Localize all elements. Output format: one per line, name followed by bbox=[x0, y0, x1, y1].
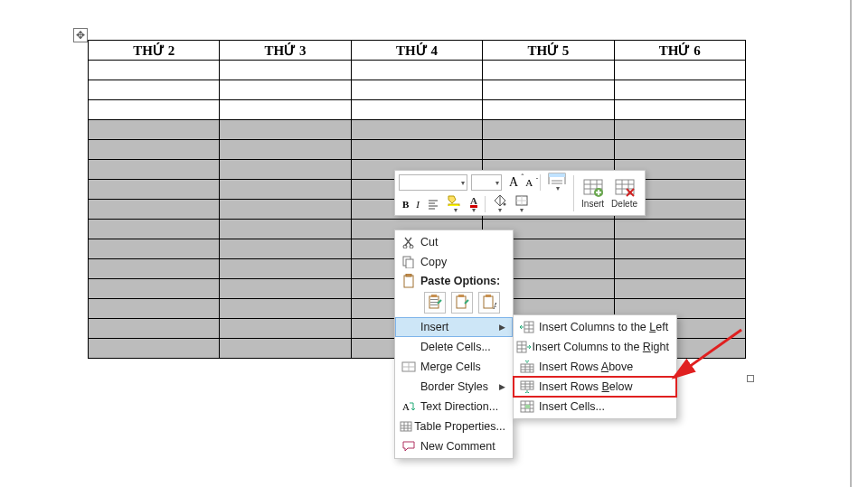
table-cell[interactable] bbox=[89, 80, 220, 100]
borders-button[interactable]: ▾ bbox=[511, 194, 533, 214]
shrink-font-button[interactable]: Aˇ bbox=[522, 173, 536, 192]
table-cell[interactable] bbox=[89, 220, 220, 239]
merge-cells-icon bbox=[397, 361, 420, 372]
table-cell[interactable] bbox=[220, 319, 351, 339]
menu-border-styles[interactable]: Border Styles ▶ bbox=[395, 377, 513, 397]
table-cell[interactable] bbox=[614, 61, 745, 80]
table-cell[interactable] bbox=[351, 100, 482, 120]
table-cell[interactable] bbox=[220, 259, 351, 279]
svg-rect-37 bbox=[430, 302, 438, 303]
table-row[interactable] bbox=[89, 120, 746, 140]
menu-merge-cells[interactable]: Merge Cells bbox=[395, 357, 513, 377]
table-cell[interactable] bbox=[614, 279, 745, 299]
table-cell[interactable] bbox=[89, 100, 220, 120]
table-cell[interactable] bbox=[483, 61, 614, 80]
insert-ribbon-button[interactable]: Insert bbox=[580, 173, 606, 213]
highlight-button[interactable]: ▾ bbox=[443, 194, 467, 214]
font-size-combo[interactable]: ▾ bbox=[471, 174, 502, 191]
font-color-button[interactable]: A▾ bbox=[467, 194, 481, 214]
menu-new-comment[interactable]: New Comment bbox=[395, 436, 513, 456]
table-resize-handle[interactable] bbox=[747, 375, 754, 382]
bold-button[interactable]: B bbox=[399, 194, 412, 214]
table-cell[interactable] bbox=[89, 339, 220, 359]
table-cell[interactable] bbox=[220, 80, 351, 100]
submenu-insert-cells[interactable]: Insert Cells... bbox=[514, 397, 676, 417]
table-cell[interactable] bbox=[220, 120, 351, 140]
table-cell[interactable] bbox=[89, 61, 220, 80]
shading-button[interactable]: ▾ bbox=[489, 194, 511, 214]
table-cell[interactable] bbox=[220, 61, 351, 80]
table-cell[interactable] bbox=[89, 279, 220, 299]
table-cell[interactable] bbox=[351, 120, 482, 140]
table-cell[interactable] bbox=[89, 319, 220, 339]
table-cell[interactable] bbox=[351, 140, 482, 160]
table-cell[interactable] bbox=[614, 220, 745, 239]
menu-insert[interactable]: Insert ▶ bbox=[395, 317, 513, 337]
table-row[interactable] bbox=[89, 80, 746, 100]
submenu-insert-cols-left[interactable]: Insert Columns to the Left bbox=[514, 317, 676, 337]
submenu-insert-rows-below[interactable]: Insert Rows Below bbox=[514, 377, 676, 397]
italic-button[interactable]: I bbox=[412, 194, 423, 214]
delete-ribbon-button[interactable]: Delete bbox=[609, 173, 639, 213]
table-cell[interactable] bbox=[220, 200, 351, 220]
menu-cut[interactable]: Cut bbox=[395, 232, 513, 252]
table-cell[interactable] bbox=[89, 180, 220, 200]
svg-rect-36 bbox=[430, 299, 438, 300]
table-cell[interactable] bbox=[483, 140, 614, 160]
table-cell[interactable] bbox=[351, 80, 482, 100]
submenu-insert-cols-right[interactable]: Insert Columns to the Right bbox=[514, 337, 676, 357]
table-cell[interactable] bbox=[220, 160, 351, 180]
table-row[interactable] bbox=[89, 100, 746, 120]
table-cell[interactable] bbox=[220, 339, 351, 359]
table-cell[interactable] bbox=[220, 140, 351, 160]
menu-copy[interactable]: Copy bbox=[395, 252, 513, 272]
table-row[interactable] bbox=[89, 61, 746, 80]
table-cell[interactable] bbox=[614, 120, 745, 140]
insert-cols-right-icon bbox=[515, 341, 533, 353]
table-cell[interactable] bbox=[614, 80, 745, 100]
submenu-insert-rows-above[interactable]: Insert Rows Above bbox=[514, 357, 676, 377]
menu-table-properties[interactable]: Table Properties... bbox=[395, 417, 513, 436]
font-name-combo[interactable]: ▾ bbox=[399, 174, 467, 191]
svg-rect-38 bbox=[430, 304, 438, 305]
mini-toolbar: ▾ ▾ Aˆ Aˇ ▾ B I bbox=[394, 170, 646, 216]
grow-font-button[interactable]: Aˆ bbox=[505, 173, 522, 192]
table-cell[interactable] bbox=[220, 180, 351, 200]
table-cell[interactable] bbox=[220, 220, 351, 239]
menu-delete-cells[interactable]: Delete Cells... bbox=[395, 337, 513, 357]
table-row[interactable] bbox=[89, 140, 746, 160]
svg-rect-32 bbox=[404, 276, 413, 287]
table-cell[interactable] bbox=[220, 239, 351, 259]
table-header[interactable]: THỨ 4 bbox=[351, 41, 482, 61]
menu-text-direction[interactable]: A Text Direction... bbox=[395, 397, 513, 417]
paste-option-merge[interactable] bbox=[451, 292, 473, 314]
table-header[interactable]: THỨ 6 bbox=[614, 41, 745, 61]
table-cell[interactable] bbox=[614, 100, 745, 120]
align-button[interactable] bbox=[423, 194, 443, 214]
table-cell[interactable] bbox=[89, 140, 220, 160]
table-cell[interactable] bbox=[89, 239, 220, 259]
table-cell[interactable] bbox=[89, 120, 220, 140]
table-header[interactable]: THỨ 5 bbox=[483, 41, 614, 61]
table-cell[interactable] bbox=[89, 200, 220, 220]
table-cell[interactable] bbox=[614, 239, 745, 259]
styles-button[interactable]: ▾ bbox=[544, 173, 570, 192]
svg-rect-42 bbox=[486, 295, 491, 297]
table-cell[interactable] bbox=[351, 61, 482, 80]
table-cell[interactable] bbox=[220, 279, 351, 299]
table-cell[interactable] bbox=[483, 120, 614, 140]
paste-option-keep-source[interactable] bbox=[424, 292, 446, 314]
table-header[interactable]: THỨ 2 bbox=[89, 41, 220, 61]
table-cell[interactable] bbox=[89, 299, 220, 319]
table-cell[interactable] bbox=[89, 160, 220, 180]
table-cell[interactable] bbox=[483, 80, 614, 100]
table-cell[interactable] bbox=[220, 299, 351, 319]
table-header[interactable]: THỨ 3 bbox=[220, 41, 351, 61]
table-cell[interactable] bbox=[614, 140, 745, 160]
table-cell[interactable] bbox=[220, 100, 351, 120]
table-move-handle[interactable]: ✥ bbox=[73, 28, 88, 42]
paste-option-text-only[interactable]: A bbox=[478, 292, 500, 314]
table-cell[interactable] bbox=[614, 259, 745, 279]
table-cell[interactable] bbox=[483, 100, 614, 120]
table-cell[interactable] bbox=[89, 259, 220, 279]
